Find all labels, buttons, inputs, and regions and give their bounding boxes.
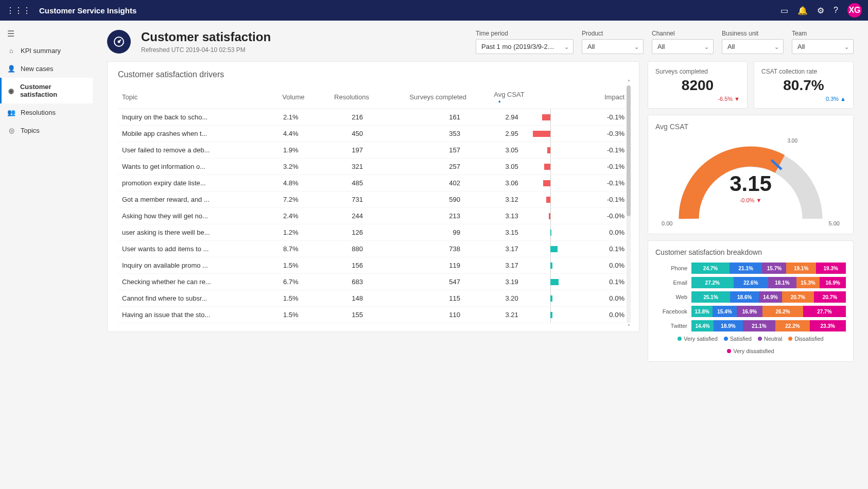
breakdown-name: Web [655, 294, 691, 300]
gear-icon[interactable]: ⚙ [817, 6, 824, 15]
breakdown-seg: 14.4% [691, 320, 714, 331]
cell-surveys: 99 [373, 224, 471, 241]
table-row[interactable]: Checking whether he can re...6.7%6835473… [118, 274, 629, 290]
hamburger-icon[interactable]: ☰ [0, 26, 93, 42]
breakdown-bar: 24.7%21.1%15.7%19.1%19.3% [691, 263, 846, 274]
breakdown-name: Email [655, 280, 691, 286]
cell-impact: 0.0% [529, 307, 629, 323]
breakdown-seg: 13.8% [691, 306, 713, 317]
breakdown-bar: 13.8%15.4%16.9%26.2%27.7% [691, 306, 846, 317]
cell-topic: Got a member reward, and ... [118, 191, 263, 208]
sidebar-item-new-cases[interactable]: 👤New cases [0, 60, 93, 78]
table-row[interactable]: Cannot find where to subsr...1.5%1481153… [118, 290, 629, 307]
bell-icon[interactable]: 🔔 [797, 6, 808, 15]
gauge-card: Avg CSAT 3.00 3.15 -0.0% ▼ [648, 115, 854, 234]
table-row[interactable]: Asking how they will get no...2.4%244213… [118, 208, 629, 224]
filter-select[interactable]: All⌄ [792, 39, 854, 54]
scroll-thumb[interactable] [627, 85, 631, 216]
table-row[interactable]: Having an issue that the sto...1.5%15511… [118, 307, 629, 323]
filter-select[interactable]: Past 1 mo (2019/3/9-2019/...⌄ [476, 39, 574, 54]
cell-topic: User failed to remove a deb... [118, 142, 263, 159]
filter-label: Time period [476, 30, 574, 37]
cell-surveys: 157 [373, 142, 471, 159]
table-scrollbar[interactable]: ˄ ˅ [627, 85, 631, 323]
cell-volume: 1.2% [263, 224, 309, 241]
cell-csat: 3.05 [471, 142, 529, 159]
table-row[interactable]: user asking is there weill be...1.2%1269… [118, 224, 629, 241]
filter-select[interactable]: All⌄ [582, 39, 644, 54]
filter-select[interactable]: All⌄ [652, 39, 714, 54]
page-title: Customer satisfaction [141, 30, 271, 44]
cell-csat: 3.17 [471, 257, 529, 274]
sidebar-item-kpi-summary[interactable]: ⌂KPI summary [0, 42, 93, 60]
cell-volume: 3.2% [263, 159, 309, 175]
table-row[interactable]: Got a member reward, and ...7.2%7315903.… [118, 191, 629, 208]
waffle-icon[interactable]: ⋮⋮⋮ [6, 6, 31, 15]
help-icon[interactable]: ? [834, 6, 838, 15]
chevron-down-icon: ⌄ [634, 43, 639, 50]
col-topic[interactable]: Topic [118, 85, 263, 109]
breakdown-row-email: Email27.2%22.6%18.1%15.3%16.9% [655, 277, 846, 288]
chevron-down-icon: ⌄ [704, 43, 709, 50]
cell-resolutions: 683 [309, 274, 373, 290]
table-row[interactable]: User wants to add items to ...8.7%880738… [118, 241, 629, 257]
nav-label: KPI summary [21, 47, 61, 55]
sidebar-item-customer-satisfaction[interactable]: ◉Customer satisfaction [0, 78, 93, 103]
cell-volume: 7.2% [263, 191, 309, 208]
cell-topic: Wants to get information o... [118, 159, 263, 175]
breakdown-seg: 15.4% [713, 306, 736, 317]
cell-csat: 3.20 [471, 290, 529, 307]
cell-volume: 8.7% [263, 241, 309, 257]
col-avg-csat[interactable]: Avg CSAT [471, 85, 529, 109]
svg-point-1 [118, 41, 120, 43]
cell-volume: 4.4% [263, 126, 309, 142]
col-impact[interactable]: Impact [529, 85, 629, 109]
table-row[interactable]: Inquiry on available promo ...1.5%156119… [118, 257, 629, 274]
chevron-down-icon: ⌄ [774, 43, 779, 50]
sidebar-item-topics[interactable]: ◎Topics [0, 121, 93, 139]
cell-topic: Asking how they will get no... [118, 208, 263, 224]
cell-surveys: 353 [373, 126, 471, 142]
cell-impact: 0.0% [529, 290, 629, 307]
cell-csat: 3.12 [471, 191, 529, 208]
kpi-surveys-value: 8200 [655, 77, 740, 94]
cell-impact: 0.1% [529, 241, 629, 257]
cell-surveys: 161 [373, 109, 471, 126]
nav-icon: ⌂ [7, 47, 15, 55]
table-row[interactable]: Mobile app crashes when t...4.4%4503532.… [118, 126, 629, 142]
cell-volume: 1.5% [263, 307, 309, 323]
breakdown-row-web: Web25.1%18.6%14.9%20.7%20.7% [655, 291, 846, 303]
cell-impact: -0.1% [529, 142, 629, 159]
col-volume[interactable]: Volume [263, 85, 309, 109]
filter-team: TeamAll⌄ [792, 30, 854, 54]
cell-csat: 3.06 [471, 175, 529, 191]
cell-resolutions: 244 [309, 208, 373, 224]
cell-resolutions: 731 [309, 191, 373, 208]
breakdown-name: Phone [655, 265, 691, 271]
kpi-surveys-label: Surveys completed [655, 68, 740, 75]
col-surveys-completed[interactable]: Surveys completed [373, 85, 471, 109]
cell-topic: Mobile app crashes when t... [118, 126, 263, 142]
sidebar-item-resolutions[interactable]: 👥Resolutions [0, 103, 93, 121]
kpi-rate-value: 80.7% [761, 77, 846, 94]
scroll-down-icon[interactable]: ˅ [627, 324, 631, 329]
page-titles: Customer satisfaction Refreshed UTC 2019… [141, 30, 271, 54]
app-title: Customer Service Insights [39, 6, 780, 15]
cell-impact: 0.0% [529, 224, 629, 241]
filter-time-period: Time periodPast 1 mo (2019/3/9-2019/...⌄ [476, 30, 574, 54]
avatar[interactable]: XG [847, 3, 862, 18]
table-row[interactable]: User failed to remove a deb...1.9%197157… [118, 142, 629, 159]
table-row[interactable]: promotion expiry date liste...4.8%485402… [118, 175, 629, 191]
filter-channel: ChannelAll⌄ [652, 30, 714, 54]
monitor-icon[interactable]: ▭ [780, 6, 788, 15]
filter-select[interactable]: All⌄ [722, 39, 784, 54]
cell-topic: Inquiry on the back to scho... [118, 109, 263, 126]
nav-label: Customer satisfaction [20, 83, 85, 98]
cell-csat: 2.95 [471, 126, 529, 142]
filter-label: Business unit [722, 30, 784, 37]
table-row[interactable]: Wants to get information o...3.2%3212573… [118, 159, 629, 175]
filter-bar: Time periodPast 1 mo (2019/3/9-2019/...⌄… [476, 30, 854, 54]
scroll-up-icon[interactable]: ˄ [627, 79, 631, 85]
table-row[interactable]: Inquiry on the back to scho...2.1%216161… [118, 109, 629, 126]
col-resolutions[interactable]: Resolutions [309, 85, 373, 109]
